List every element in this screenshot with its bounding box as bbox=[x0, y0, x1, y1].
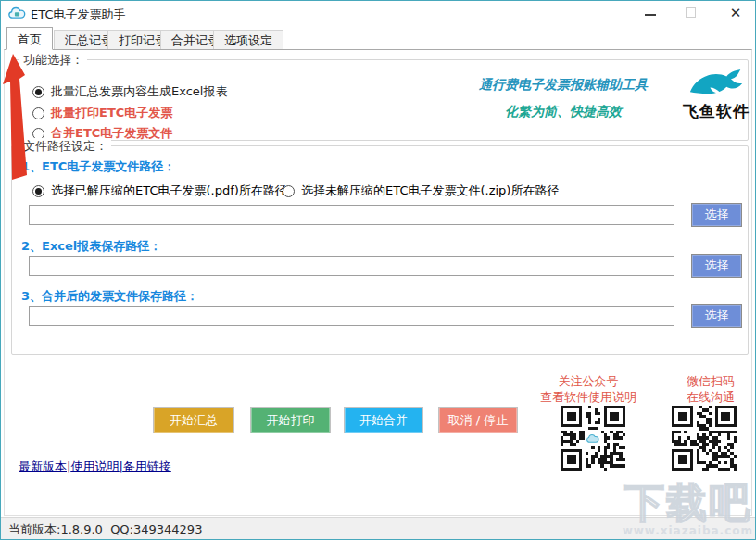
etc-invoice-path-input[interactable] bbox=[29, 205, 674, 225]
radio-label: 批量打印ETC电子发票 bbox=[51, 105, 172, 121]
link-backup-url[interactable]: 备用链接 bbox=[123, 459, 171, 473]
radio-icon[interactable] bbox=[32, 107, 44, 119]
path1-label: 1、ETC电子发票文件路径： bbox=[21, 158, 175, 175]
radio-pdf-path[interactable]: 选择已解压缩的ETC电子发票(.pdf)所在路径 bbox=[32, 182, 287, 199]
qr-center-cloud-icon bbox=[585, 430, 601, 446]
qr1-caption-line2: 查看软件使用说明 bbox=[519, 389, 658, 406]
function-group-label: 功能选择： bbox=[19, 52, 87, 69]
qr-code-official-account bbox=[561, 406, 625, 471]
excel-save-path-input[interactable] bbox=[29, 256, 674, 276]
qr-code-image bbox=[672, 406, 737, 471]
dolphin-icon bbox=[686, 68, 747, 95]
file-path-group: 文件路径设定： 1、ETC电子发票文件路径： 选择已解压缩的ETC电子发票(.p… bbox=[11, 145, 749, 355]
start-merge-button[interactable]: 开始合并 bbox=[344, 407, 423, 433]
close-icon: ✕ bbox=[730, 5, 742, 21]
tab-home[interactable]: 首页 bbox=[6, 27, 53, 50]
start-summary-button[interactable]: 开始汇总 bbox=[153, 407, 234, 433]
merged-save-path-input[interactable] bbox=[29, 306, 674, 326]
path2-label: 2、Excel报表保存路径： bbox=[21, 238, 161, 255]
brand-logo: 飞鱼软件 bbox=[677, 68, 755, 122]
qr-code-wechat-contact bbox=[672, 406, 737, 471]
radio-icon[interactable] bbox=[32, 185, 44, 197]
title-bar: ETC电子发票助手 ✕ bbox=[1, 1, 755, 26]
qr1-caption-line1: 关注公众号 bbox=[519, 373, 658, 390]
path3-label: 3、合并后的发票文件保存路径： bbox=[21, 288, 198, 305]
home-tab-page: 功能选择： 批量汇总发票内容生成Excel报表 批量打印ETC电子发票 合并ET… bbox=[4, 49, 752, 516]
tab-bar: 首页 汇总记录 打印记录 合并记录 选项设定 bbox=[6, 27, 750, 50]
qr2-caption-line1: 微信扫码 bbox=[641, 373, 756, 390]
radio-label: 选择未解压缩的ETC电子发票文件(.zip)所在路径 bbox=[301, 182, 559, 199]
maximize-icon bbox=[686, 7, 696, 18]
cloud-icon bbox=[8, 6, 26, 20]
cancel-stop-button[interactable]: 取消 / 停止 bbox=[438, 407, 518, 433]
close-button[interactable]: ✕ bbox=[720, 1, 751, 25]
tab-options[interactable]: 选项设定 bbox=[213, 30, 284, 50]
app-window: ETC电子发票助手 ✕ 首页 汇总记录 打印记录 合并记录 选项设定 功能选择：… bbox=[0, 0, 756, 540]
function-select-group: 功能选择： 批量汇总发票内容生成Excel报表 批量打印ETC电子发票 合并ET… bbox=[11, 59, 749, 141]
brand-name: 飞鱼软件 bbox=[677, 101, 755, 122]
select-path2-button[interactable]: 选择 bbox=[691, 254, 742, 278]
select-path1-button[interactable]: 选择 bbox=[691, 203, 742, 227]
link-usage-guide[interactable]: 使用说明 bbox=[70, 459, 119, 473]
radio-icon[interactable] bbox=[283, 185, 295, 197]
minimize-button[interactable] bbox=[635, 1, 666, 25]
radio-batch-summary[interactable]: 批量汇总发票内容生成Excel报表 bbox=[32, 83, 227, 100]
window-title: ETC电子发票助手 bbox=[31, 6, 125, 23]
radio-label: 批量汇总发票内容生成Excel报表 bbox=[51, 83, 227, 100]
qr2-caption-line2: 在线沟通 bbox=[641, 389, 756, 406]
slogan-line2: 化繁为简、快捷高效 bbox=[471, 104, 656, 120]
radio-batch-print[interactable]: 批量打印ETC电子发票 bbox=[32, 105, 172, 121]
radio-label: 选择已解压缩的ETC电子发票(.pdf)所在路径 bbox=[51, 182, 287, 199]
footer-links: 最新版本|使用说明|备用链接 bbox=[19, 458, 171, 475]
minimize-icon bbox=[645, 14, 656, 16]
start-print-button[interactable]: 开始打印 bbox=[250, 407, 331, 433]
radio-zip-path[interactable]: 选择未解压缩的ETC电子发票文件(.zip)所在路径 bbox=[283, 182, 559, 199]
path-group-label: 文件路径设定： bbox=[19, 138, 111, 155]
link-latest-version[interactable]: 最新版本 bbox=[19, 459, 67, 473]
maximize-button[interactable] bbox=[674, 1, 706, 25]
select-path3-button[interactable]: 选择 bbox=[691, 304, 742, 328]
slogan-line1: 通行费电子发票报账辅助工具 bbox=[471, 77, 656, 94]
slogan: 通行费电子发票报账辅助工具 化繁为简、快捷高效 bbox=[471, 77, 656, 120]
status-bar: 当前版本:1.8.9.0 QQ:349344293 bbox=[1, 517, 755, 539]
radio-icon[interactable] bbox=[32, 86, 44, 98]
status-version-text: 当前版本:1.8.9.0 QQ:349344293 bbox=[8, 521, 202, 538]
